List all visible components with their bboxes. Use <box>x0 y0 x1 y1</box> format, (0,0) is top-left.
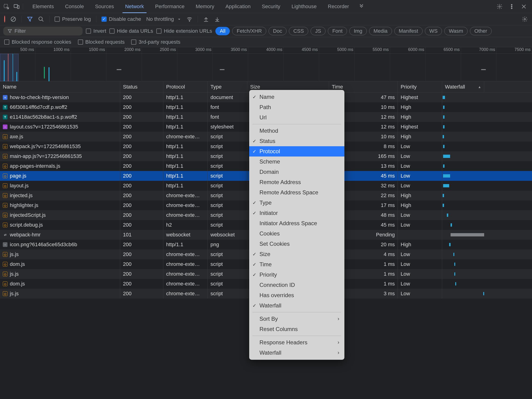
type-pill-ws[interactable]: WS <box>425 27 442 35</box>
hide-extension-urls-checkbox[interactable]: Hide extension URLs <box>156 28 212 34</box>
menu-item-waterfall[interactable]: Waterfall› <box>249 348 344 358</box>
devtools-tabbar: ElementsConsoleSourcesNetworkPerformance… <box>0 0 532 13</box>
timeline-bar <box>16 72 17 81</box>
upload-har-icon[interactable] <box>203 16 209 22</box>
search-icon[interactable] <box>38 16 44 22</box>
disable-cache-checkbox[interactable]: ✓Disable cache <box>101 16 141 22</box>
column-header-priority[interactable]: Priority <box>398 81 442 92</box>
settings-gear-icon[interactable] <box>497 4 503 10</box>
menu-item-label: Connection ID <box>260 282 295 288</box>
column-header-type[interactable]: Type <box>208 81 247 92</box>
more-tabs-chevron-icon[interactable] <box>358 4 364 10</box>
menu-item-connection-id[interactable]: Connection ID <box>249 280 344 290</box>
type-pill-img[interactable]: Img <box>349 27 367 35</box>
menu-item-url[interactable]: Url <box>249 112 344 123</box>
cell-priority: High <box>398 112 442 122</box>
menu-item-status[interactable]: Status <box>249 136 344 146</box>
tab-performance[interactable]: Performance <box>150 0 190 13</box>
menu-item-type[interactable]: Type <box>249 198 344 208</box>
tab-lighthouse[interactable]: Lighthouse <box>286 0 322 13</box>
menu-item-method[interactable]: Method <box>249 126 344 136</box>
menu-item-name[interactable]: Name <box>249 92 344 102</box>
menu-item-sort-by[interactable]: Sort By› <box>249 314 344 324</box>
menu-item-reset-columns[interactable]: Reset Columns <box>249 324 344 334</box>
tab-application[interactable]: Application <box>220 0 256 13</box>
tab-memory[interactable]: Memory <box>190 0 220 13</box>
tab-recorder[interactable]: Recorder <box>322 0 355 13</box>
cell-waterfall <box>442 240 484 249</box>
font-file-icon: T <box>3 115 7 119</box>
clear-icon[interactable] <box>10 16 16 22</box>
kebab-menu-icon[interactable] <box>509 4 515 10</box>
throttling-select[interactable]: No throttling <box>146 16 182 22</box>
network-timeline[interactable]: 500 ms1000 ms1500 ms2000 ms2500 ms3000 m… <box>0 47 532 81</box>
filter-input[interactable]: Filter <box>3 27 82 35</box>
column-header-name[interactable]: Name <box>0 81 120 92</box>
type-pill-font[interactable]: Font <box>328 27 347 35</box>
tab-elements[interactable]: Elements <box>27 0 59 13</box>
menu-item-priority[interactable]: Priority <box>249 270 344 280</box>
doc-file-icon: ≡ <box>3 95 7 100</box>
menu-item-remote-address[interactable]: Remote Address <box>249 177 344 187</box>
menu-item-path[interactable]: Path <box>249 102 344 112</box>
menu-item-cookies[interactable]: Cookies <box>249 229 344 239</box>
hide-data-urls-checkbox[interactable]: Hide data URLs <box>109 28 153 34</box>
cell-type: font <box>208 112 247 122</box>
type-pill-all[interactable]: All <box>215 27 230 35</box>
menu-item-scheme[interactable]: Scheme <box>249 157 344 167</box>
menu-item-initiator-address-space[interactable]: Initiator Address Space <box>249 218 344 229</box>
device-toolbar-icon[interactable] <box>13 4 19 10</box>
file-name: webpack-hmr <box>10 232 41 238</box>
invert-checkbox[interactable]: Invert <box>86 28 106 34</box>
type-pill-other[interactable]: Other <box>470 27 492 35</box>
menu-item-remote-address-space[interactable]: Remote Address Space <box>249 187 344 198</box>
blocked-requests-checkbox[interactable]: Blocked requests <box>78 39 125 45</box>
download-har-icon[interactable] <box>214 16 220 22</box>
type-pill-media[interactable]: Media <box>369 27 392 35</box>
menu-item-size[interactable]: Size <box>249 249 344 259</box>
cell-name: ◇dom.js <box>0 279 120 289</box>
menu-item-set-cookies[interactable]: Set Cookies <box>249 239 344 249</box>
menu-item-initiator[interactable]: Initiator <box>249 208 344 218</box>
menu-item-label: Time <box>260 261 272 268</box>
type-pill-doc[interactable]: Doc <box>269 27 286 35</box>
file-name: dom.js <box>10 281 25 287</box>
tab-sources[interactable]: Sources <box>89 0 120 13</box>
tab-console[interactable]: Console <box>59 0 90 13</box>
column-header-status[interactable]: Status <box>120 81 163 92</box>
js-file-icon: ◇ <box>3 291 7 296</box>
wifi-conditions-icon[interactable] <box>186 16 192 22</box>
column-header-waterfall[interactable]: Waterfall▲ <box>442 81 484 92</box>
type-pill-fetch-xhr[interactable]: Fetch/XHR <box>232 27 266 35</box>
filter-funnel-icon[interactable] <box>27 16 33 22</box>
menu-item-domain[interactable]: Domain <box>249 167 344 177</box>
menu-item-time[interactable]: Time <box>249 259 344 270</box>
waterfall-bar <box>483 292 484 295</box>
record-button[interactable] <box>4 16 5 22</box>
waterfall-bar <box>443 174 450 177</box>
menu-item-label: Cookies <box>260 230 280 237</box>
menu-item-has-overrides[interactable]: Has overrides <box>249 290 344 301</box>
cell-priority: High <box>398 191 442 200</box>
type-pill-manifest[interactable]: Manifest <box>394 27 423 35</box>
timeline-tick: 2000 ms <box>106 47 142 53</box>
network-settings-gear-icon[interactable] <box>522 16 528 22</box>
tab-network[interactable]: Network <box>120 0 150 13</box>
tab-security[interactable]: Security <box>256 0 286 13</box>
cell-type: script <box>208 269 247 279</box>
menu-item-response-headers[interactable]: Response Headers› <box>249 337 344 348</box>
column-header-protocol[interactable]: Protocol <box>163 81 208 92</box>
menu-item-waterfall[interactable]: Waterfall <box>249 301 344 311</box>
menu-item-label: Has overrides <box>260 292 294 299</box>
menu-item-protocol[interactable]: Protocol <box>249 146 344 157</box>
type-pill-wasm[interactable]: Wasm <box>444 27 468 35</box>
third-party-requests-checkbox[interactable]: 3rd-party requests <box>131 39 180 45</box>
js-file-icon: ◇ <box>3 272 7 276</box>
type-pill-css[interactable]: CSS <box>289 27 308 35</box>
close-icon[interactable] <box>521 4 527 10</box>
column-context-menu[interactable]: NamePathUrlMethodStatusProtocolSchemeDom… <box>249 90 344 360</box>
type-pill-js[interactable]: JS <box>310 27 325 35</box>
preserve-log-checkbox[interactable]: Preserve log <box>55 16 91 22</box>
inspect-element-icon[interactable] <box>3 4 9 10</box>
blocked-response-cookies-checkbox[interactable]: Blocked response cookies <box>4 39 71 45</box>
